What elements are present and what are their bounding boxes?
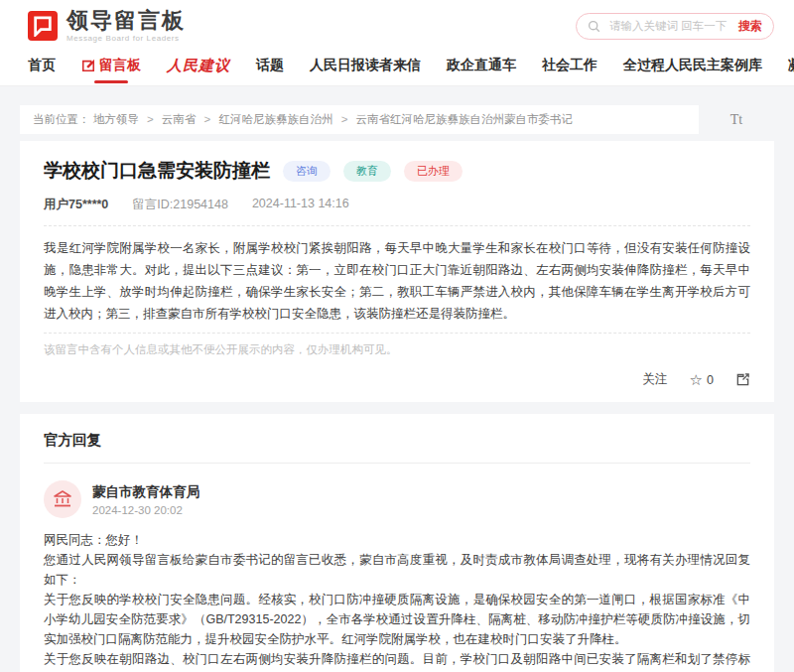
star-count: 0	[707, 373, 714, 387]
reply-paragraph: 关于您反映在朝阳路边、校门口左右两侧均安装升降防撞栏的问题。目前，学校门口及朝阳…	[44, 649, 750, 672]
privacy-note: 该留言中含有个人信息或其他不便公开展示的内容，仅办理机构可见。	[44, 333, 750, 357]
reply-paragraph: 您通过人民网领导留言板给蒙自市委书记的留言已收悉，蒙自市高度重视，及时责成市教体…	[44, 550, 750, 590]
search-box[interactable]: 搜索	[576, 13, 774, 40]
main-nav: 首页 留言板 人民建议 话题 人民日报读者来信 政企直通车 社会工作 全过程人民…	[0, 46, 794, 86]
tag-resolved-status: 已办理	[404, 161, 463, 182]
message-id: 留言ID:21954148	[132, 197, 228, 213]
tag-consult: 咨询	[283, 161, 331, 182]
message-board-pen-icon	[81, 59, 95, 72]
site-title: 领导留言板	[66, 9, 186, 33]
breadcrumb-row: 当前位置： 地方领导 > 云南省 > 红河哈尼族彝族自治州 > 云南省红河哈尼族…	[20, 105, 774, 134]
nav-serve-masses[interactable]: 凝聚服务群众	[788, 57, 794, 74]
reply-header: 蒙自市教育体育局 2024-12-30 20:02	[44, 480, 750, 518]
nav-message-board[interactable]: 留言板	[81, 57, 141, 74]
follow-button[interactable]: 关注	[643, 371, 668, 388]
share-icon	[735, 372, 750, 387]
breadcrumb-item-province[interactable]: 云南省	[162, 113, 197, 125]
reply-datetime: 2024-12-30 20:02	[92, 504, 199, 516]
site-subtitle: Message Board for Leaders	[66, 34, 186, 43]
message-meta: 用户75****0 留言ID:21954148 2024-11-13 14:16	[44, 197, 750, 213]
top-bar: 领导留言板 Message Board for Leaders 搜索	[0, 0, 794, 46]
nav-topics[interactable]: 话题	[256, 57, 284, 74]
breadcrumb-item-leader[interactable]: 云南省红河哈尼族彝族自治州蒙自市委书记	[356, 113, 574, 125]
breadcrumb-prefix: 当前位置：	[33, 113, 90, 125]
font-size-toggle[interactable]: Tt	[699, 112, 774, 128]
nav-gov-enterprise-express[interactable]: 政企直通车	[447, 57, 516, 74]
message-card: 学校校门口急需安装防撞栏 咨询 教育 已办理 用户75****0 留言ID:21…	[20, 141, 774, 402]
message-title-row: 学校校门口急需安装防撞栏 咨询 教育 已办理	[44, 158, 750, 184]
search-input[interactable]	[607, 19, 731, 33]
message-datetime: 2024-11-13 14:16	[252, 197, 349, 213]
search-icon	[588, 20, 600, 33]
search-button[interactable]: 搜索	[738, 18, 762, 35]
tag-education: 教育	[343, 161, 391, 182]
message-author: 用户75****0	[44, 197, 108, 213]
logo-speech-bubble-icon	[28, 11, 58, 41]
reply-paragraph: 网民同志：您好！	[44, 530, 750, 550]
message-body: 我是红河学院附属学校一名家长，附属学校校门紧挨朝阳路，每天早中晚大量学生和家长在…	[44, 225, 750, 325]
star-icon: ☆	[690, 372, 703, 387]
government-building-icon	[53, 489, 72, 509]
agency-avatar	[44, 480, 81, 518]
official-reply-card: 官方回复 蒙自市教育体育局 2024-12-30 20:02 网民同志：您好！ …	[20, 414, 774, 672]
breadcrumb-item-prefecture[interactable]: 红河哈尼族彝族自治州	[218, 113, 332, 125]
nav-message-board-label: 留言板	[99, 57, 141, 74]
official-reply-heading: 官方回复	[44, 429, 750, 464]
site-logo[interactable]: 领导留言板 Message Board for Leaders	[28, 9, 186, 43]
breadcrumb-separator: >	[341, 113, 348, 125]
star-action[interactable]: ☆ 0	[690, 372, 714, 387]
breadcrumb: 当前位置： 地方领导 > 云南省 > 红河哈尼族彝族自治州 > 云南省红河哈尼族…	[20, 105, 699, 134]
share-action[interactable]	[735, 372, 750, 387]
nav-people-suggestions[interactable]: 人民建议	[167, 57, 230, 75]
breadcrumb-separator: >	[147, 113, 154, 125]
nav-readers-letters[interactable]: 人民日报读者来信	[310, 57, 421, 74]
nav-democracy-case-library[interactable]: 全过程人民民主案例库	[623, 57, 762, 74]
message-actions: 关注 ☆ 0	[44, 371, 750, 388]
breadcrumb-item-local-leaders[interactable]: 地方领导	[93, 113, 139, 125]
agency-name: 蒙自市教育体育局	[92, 483, 199, 501]
nav-social-work[interactable]: 社会工作	[542, 57, 597, 74]
breadcrumb-separator: >	[204, 113, 211, 125]
reply-paragraph: 关于您反映的学校校门安全隐患问题。经核实，校门口防冲撞硬质隔离设施，是确保校园安…	[44, 590, 750, 649]
page-content: 当前位置： 地方领导 > 云南省 > 红河哈尼族彝族自治州 > 云南省红河哈尼族…	[0, 86, 794, 672]
nav-home[interactable]: 首页	[28, 57, 56, 74]
message-title: 学校校门口急需安装防撞栏	[44, 158, 270, 184]
reply-body: 网民同志：您好！ 您通过人民网领导留言板给蒙自市委书记的留言已收悉，蒙自市高度重…	[44, 530, 750, 672]
